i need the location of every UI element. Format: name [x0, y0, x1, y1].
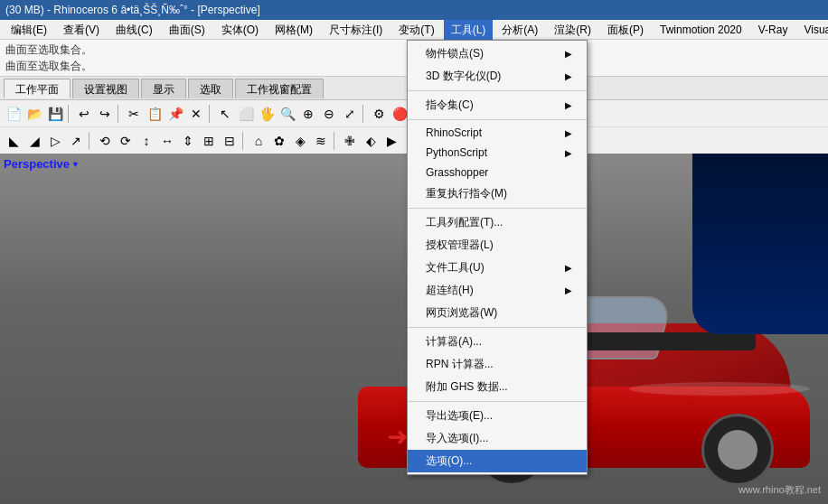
- dropdown-item-exportopts[interactable]: 导出选项(E)...: [408, 405, 587, 427]
- tb-zoom[interactable]: 🔍: [278, 104, 297, 124]
- dropdown-item-label-options: 选项(O)...: [426, 453, 472, 469]
- dropdown-item-toolbarconfig[interactable]: 工具列配置(T)...: [408, 211, 587, 234]
- dropdown-item-hyperlink[interactable]: 超连结(H)▶: [408, 279, 587, 302]
- dropdown-item-importopts[interactable]: 导入选项(I)...: [408, 427, 587, 450]
- dropdown-item-python[interactable]: PythonScript▶: [408, 143, 587, 163]
- menu-item-surface[interactable]: 曲面(S): [162, 20, 212, 40]
- tb2-1[interactable]: ◣: [4, 131, 24, 151]
- dropdown-item-options[interactable]: 选项(O)...: [408, 450, 587, 472]
- dropdown-item-label-3ddigitizer: 3D 数字化仪(D): [426, 69, 501, 84]
- dropdown-item-3ddigitizer[interactable]: 3D 数字化仪(D)▶: [408, 65, 587, 88]
- tb2-13[interactable]: ✿: [269, 131, 289, 151]
- menu-item-mesh[interactable]: 网格(M): [268, 20, 320, 40]
- dropdown-sep-5: [408, 401, 587, 402]
- sep4: [362, 105, 366, 123]
- dropdown-item-label-toolbarconfig: 工具列配置(T)...: [426, 215, 503, 230]
- tb-pan[interactable]: 🖐: [257, 104, 277, 124]
- tb2-4[interactable]: ↗: [66, 131, 86, 151]
- dropdown-item-label-calculator: 计算器(A)...: [426, 334, 482, 350]
- sep3: [209, 105, 212, 123]
- submenu-arrow-icon: ▶: [565, 100, 572, 110]
- menu-item-tools[interactable]: 工具(L): [444, 20, 494, 40]
- dropdown-item-browser[interactable]: 网页浏览器(W): [408, 302, 587, 324]
- tb-save[interactable]: 💾: [45, 104, 65, 124]
- tb2-15[interactable]: ≋: [311, 131, 331, 151]
- tb-zoomout[interactable]: ⊖: [319, 104, 339, 124]
- submenu-arrow-icon: ▶: [565, 263, 572, 273]
- tb2-10[interactable]: ⊞: [199, 131, 219, 151]
- tb-delete[interactable]: ✕: [186, 104, 206, 124]
- dropdown-item-osnap[interactable]: 物件锁点(S)▶: [408, 42, 587, 65]
- tb2-11[interactable]: ⊟: [220, 131, 240, 151]
- tb2-snap1[interactable]: ⬖: [361, 131, 381, 151]
- dropdown-sep-2: [408, 119, 587, 120]
- tb2-8[interactable]: ↔: [157, 131, 177, 151]
- menu-item-dim[interactable]: 尺寸标注(I): [322, 20, 390, 40]
- tb-paste[interactable]: 📌: [165, 104, 185, 124]
- dropdown-item-rhinoscript[interactable]: RhinoScript▶: [408, 123, 587, 143]
- dropdown-item-cmdset[interactable]: 指令集(C)▶: [408, 94, 587, 117]
- tb2-12[interactable]: ⌂: [249, 131, 268, 151]
- submenu-arrow-icon: ▶: [565, 148, 572, 158]
- tb-copy[interactable]: 📋: [145, 104, 165, 124]
- dropdown-item-rpncalc[interactable]: RPN 计算器...: [408, 353, 587, 376]
- toolbar-tab-display[interactable]: 显示: [141, 79, 186, 98]
- tb-prop[interactable]: ⚙: [369, 104, 389, 124]
- submenu-arrow-icon: ▶: [565, 49, 572, 59]
- viewport-label-text: Perspective: [4, 157, 70, 171]
- toolbar-tab-select[interactable]: 选取: [188, 79, 233, 98]
- dropdown-item-label-repeatcmd: 重复执行指令(M): [426, 186, 507, 201]
- menu-item-analyze[interactable]: 分析(A): [494, 20, 545, 40]
- title-bar: (30 MB) - Rhinoceros 6 â•tä¸ŠŠ¸Ñ‰ˆ° - [P…: [0, 0, 828, 20]
- dropdown-item-repeatcmd[interactable]: 重复执行指令(M): [408, 182, 587, 205]
- menu-item-curve[interactable]: 曲线(C): [108, 20, 160, 40]
- menu-item-view[interactable]: 查看(V): [56, 20, 107, 40]
- dropdown-item-label-grasshopper: Grasshopper: [426, 166, 488, 179]
- dropdown-item-licensemanager[interactable]: 授权管理器(L): [408, 234, 587, 257]
- watermark: www.rhino教程.net: [739, 483, 821, 497]
- sep8: [334, 132, 337, 150]
- tools-dropdown-menu: 物件锁点(S)▶3D 数字化仪(D)▶指令集(C)▶RhinoScript▶Py…: [407, 40, 588, 475]
- tb-redo[interactable]: ↪: [95, 104, 115, 124]
- tb-window[interactable]: ⬜: [236, 104, 256, 124]
- menu-item-visualarq[interactable]: VisualARQ: [796, 20, 828, 40]
- toolbar-tab-workplane[interactable]: 工作平面: [4, 79, 71, 98]
- tb-new[interactable]: 📄: [4, 104, 24, 124]
- tb2-2[interactable]: ◢: [24, 131, 44, 151]
- dropdown-item-label-hyperlink: 超连结(H): [426, 283, 474, 298]
- tb2-5[interactable]: ⟲: [95, 131, 115, 151]
- tb-undo[interactable]: ↩: [74, 104, 94, 124]
- dropdown-item-grasshopper[interactable]: Grasshopper: [408, 163, 587, 182]
- tb-open[interactable]: 📂: [24, 104, 44, 124]
- tb2-3[interactable]: ▷: [45, 131, 65, 151]
- dropdown-item-label-importopts: 导入选项(I)...: [426, 431, 488, 446]
- submenu-arrow-icon: ▶: [565, 128, 572, 138]
- dropdown-item-calculator[interactable]: 计算器(A)...: [408, 331, 587, 353]
- tb-cut[interactable]: ✂: [124, 104, 144, 124]
- menu-item-vray[interactable]: V-Ray: [751, 20, 795, 40]
- tb2-move[interactable]: ✙: [340, 131, 360, 151]
- menu-item-panel[interactable]: 面板(P): [600, 20, 651, 40]
- tb-extents[interactable]: ⤢: [340, 104, 360, 124]
- tb2-snap2[interactable]: ▶: [381, 131, 401, 151]
- viewport-label[interactable]: Perspective ▼: [4, 157, 80, 171]
- dropdown-item-label-rhinoscript: RhinoScript: [426, 126, 482, 139]
- tb2-7[interactable]: ↕: [136, 131, 156, 151]
- dropdown-sep-1: [408, 90, 587, 91]
- toolbar-tab-setview[interactable]: 设置视图: [72, 79, 139, 98]
- dropdown-item-filetools[interactable]: 文件工具(U)▶: [408, 257, 587, 279]
- tb-zoomin[interactable]: ⊕: [298, 104, 318, 124]
- sep6: [89, 132, 92, 150]
- tb2-6[interactable]: ⟳: [116, 131, 136, 151]
- menu-item-twinmotion[interactable]: Twinmotion 2020: [653, 20, 749, 40]
- dropdown-item-label-filetools: 文件工具(U): [426, 260, 485, 275]
- tb2-14[interactable]: ◈: [290, 131, 310, 151]
- menu-item-edit[interactable]: 编辑(E): [4, 20, 54, 40]
- toolbar-tab-viewconfig[interactable]: 工作视窗配置: [235, 79, 324, 98]
- menu-item-render[interactable]: 渲染(R): [547, 20, 598, 40]
- menu-item-transform[interactable]: 变动(T): [391, 20, 441, 40]
- tb-select[interactable]: ↖: [215, 104, 235, 124]
- menu-item-solid[interactable]: 实体(O): [214, 20, 266, 40]
- tb2-9[interactable]: ⇕: [178, 131, 198, 151]
- dropdown-item-ghs[interactable]: 附加 GHS 数据...: [408, 376, 587, 398]
